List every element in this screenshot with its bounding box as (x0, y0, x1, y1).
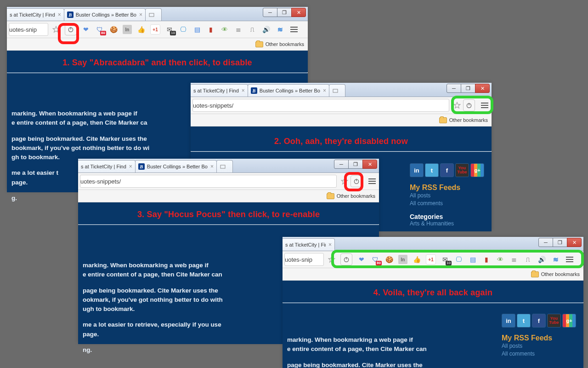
omnibox[interactable]: uotes-snip (9, 23, 48, 36)
svg-rect-8 (220, 165, 225, 168)
social-icons: in t f YouTube g+ (410, 163, 484, 177)
other-bookmarks-link[interactable]: Other bookmarks (266, 41, 304, 47)
sound-icon[interactable]: 🔊 (261, 25, 271, 34)
window-close-button[interactable]: ✕ (362, 160, 377, 169)
new-tab-button[interactable] (216, 160, 233, 172)
toolbar-1: uotes-snip ❤ 🛡80 🍪 In 👍 +1 ✉10 🖵 ▤ ▮ 👁 ≣… (7, 21, 308, 38)
bookmark-bar: Other bookmarks (78, 190, 379, 202)
tab-buster[interactable]: B Buster Collings » Better Bo × (135, 160, 217, 172)
bookmark-bar: Other bookmarks (283, 268, 583, 281)
rss-all-comments[interactable]: All comments (410, 200, 484, 207)
window-maximize-button[interactable]: ❐ (553, 238, 567, 247)
tab-close-icon[interactable]: × (129, 163, 132, 170)
tabstrip-4: s at TicketCity | Find × ─ ❐ ✕ (283, 237, 583, 251)
sidebar-4: in t f YouTube g+ My RSS Feeds All posts… (502, 314, 576, 358)
window-minimize-button[interactable]: ─ (538, 238, 553, 247)
tabstrip-3: s at TicketCity | Find × B Buster Collin… (78, 159, 379, 173)
tab-ticketcity[interactable]: s at TicketCity | Find × (78, 160, 136, 172)
eye-icon[interactable]: 👁 (220, 25, 229, 34)
toolbar-2: uotes-snippets/ (191, 97, 492, 114)
rss-title: My RSS Feeds (502, 334, 576, 342)
new-tab-button[interactable] (145, 8, 162, 21)
extension-icons-row: ❤ 🛡80 🍪 In 👍 +1 ✉10 🖵 ▤ ▮ 👁 ≣ ⎍ 🔊 ≋ (62, 23, 299, 35)
other-bookmarks-link[interactable]: Other bookmarks (541, 271, 580, 277)
linkedin-icon[interactable]: in (502, 314, 515, 328)
facebook-icon[interactable]: f (532, 314, 546, 328)
svg-rect-0 (149, 13, 154, 17)
thumbsup-icon[interactable]: 👍 (136, 25, 146, 34)
twitter-icon[interactable]: t (517, 314, 531, 328)
chrome-menu-icon[interactable] (367, 177, 377, 186)
monitor-icon[interactable]: 🖵 (179, 25, 188, 34)
window-close-button[interactable]: ✕ (291, 8, 306, 17)
youtube-icon[interactable]: YouTube (547, 314, 561, 328)
youtube-icon[interactable]: YouTube (455, 163, 469, 177)
tab-close-icon[interactable]: × (323, 87, 326, 94)
twitter-icon[interactable]: t (425, 163, 439, 177)
shield-icon[interactable]: 🛡80 (95, 25, 104, 34)
highlight-red-1 (58, 23, 79, 44)
tab-buster[interactable]: B Buster Collings » Better Bo × (248, 84, 329, 97)
rss-all-comments[interactable]: All comments (502, 350, 576, 358)
svg-rect-4 (333, 89, 338, 92)
inbox-icon[interactable]: ✉10 (165, 25, 174, 34)
other-bookmarks-link[interactable]: Other bookmarks (449, 117, 488, 123)
tab-buster[interactable]: B Buster Collings » Better Bo × (64, 8, 146, 21)
document-icon[interactable]: ▤ (192, 25, 202, 34)
tab-close-icon[interactable]: × (139, 12, 142, 18)
window-maximize-button[interactable]: ❐ (277, 8, 292, 17)
window-maximize-button[interactable]: ❐ (461, 84, 475, 93)
bookmark-bar: Other bookmarks (191, 114, 492, 126)
toolbar-3: uotes-snippets/ (78, 173, 379, 190)
categories-title: Categories (410, 213, 484, 220)
tab-ticketcity[interactable]: s at TicketCity | Find × (191, 84, 248, 97)
lines-icon[interactable]: ≣ (234, 25, 243, 34)
category-link[interactable]: Arts & Humanities (410, 220, 484, 227)
window-maximize-button[interactable]: ❐ (348, 160, 363, 169)
tab-close-icon[interactable]: × (58, 12, 61, 18)
caption-1: 1. Say "Abracadabra" and then click, to … (7, 51, 308, 72)
linkedin-ext-icon[interactable]: In (123, 25, 132, 34)
omnibox[interactable]: uotes-snippets/ (80, 175, 337, 188)
gplus-icon[interactable]: +1 (150, 24, 160, 34)
tab-ticketcity[interactable]: s at TicketCity | Find × (283, 238, 335, 251)
waves-icon[interactable]: ≋ (275, 25, 284, 34)
cookie-icon[interactable]: 🍪 (109, 25, 118, 34)
favicon-b-icon: B (138, 163, 145, 170)
caption-3: 3. Say "Hocus Pocus" then click, to re-e… (78, 202, 379, 224)
folder-icon (531, 271, 539, 277)
window-close-button[interactable]: ✕ (567, 238, 582, 247)
googleplus-icon[interactable]: g+ (562, 314, 576, 328)
omnibox[interactable]: uotes-snip (284, 253, 324, 266)
tab-ticketcity[interactable]: s at TicketCity | Find × (7, 8, 64, 21)
tab-close-icon[interactable]: × (210, 163, 214, 170)
page-content-4: 4. Voila, they're all back again marking… (283, 281, 583, 368)
window-minimize-button[interactable]: ─ (334, 160, 349, 169)
social-icons: in t f YouTube g+ (502, 314, 576, 328)
highlight-red-2 (344, 172, 363, 191)
book-icon[interactable]: ▮ (206, 25, 215, 34)
sidebar-2: in t f YouTube g+ My RSS Feeds All posts… (410, 163, 484, 227)
new-tab-button[interactable] (329, 84, 345, 97)
favicon-b-icon: B (251, 87, 257, 94)
tab-close-icon[interactable]: × (328, 242, 332, 248)
linkedin-icon[interactable]: in (410, 163, 424, 177)
bookmark-bar: Other bookmarks (7, 38, 308, 51)
heart-icon[interactable]: ❤ (81, 25, 90, 34)
googleplus-icon[interactable]: g+ (470, 163, 484, 177)
rss-all-posts[interactable]: All posts (410, 192, 484, 200)
favicon-b-icon: B (67, 12, 74, 18)
rss-all-posts[interactable]: All posts (502, 342, 576, 350)
highlight-green-2 (331, 250, 584, 268)
window-close-button[interactable]: ✕ (475, 84, 490, 93)
folder-icon (439, 117, 447, 123)
chrome-menu-icon[interactable] (289, 25, 299, 34)
omnibox[interactable]: uotes-snippets/ (192, 99, 449, 112)
facebook-icon[interactable]: f (440, 163, 454, 177)
caption-2: 2. Ooh, aah, they're disabled now (191, 126, 492, 151)
window-minimize-button[interactable]: ─ (263, 8, 277, 17)
window-minimize-button[interactable]: ─ (447, 84, 461, 93)
tab-close-icon[interactable]: × (242, 87, 245, 94)
pulse-icon[interactable]: ⎍ (248, 25, 257, 34)
other-bookmarks-link[interactable]: Other bookmarks (337, 193, 375, 199)
